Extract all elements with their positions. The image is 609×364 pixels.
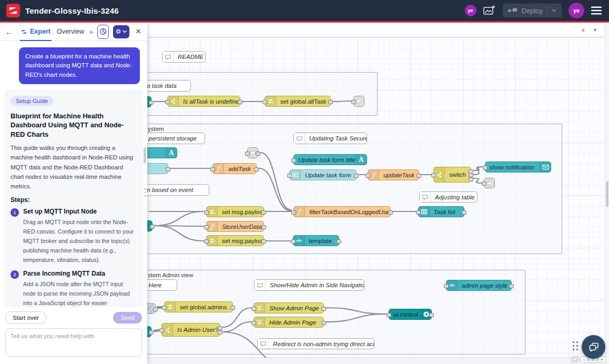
- output-port[interactable]: [354, 174, 359, 178]
- node-update-task-form-title[interactable]: AUpdate task form title: [293, 154, 367, 165]
- output-port[interactable]: [238, 100, 242, 104]
- input-port[interactable]: [482, 181, 486, 186]
- input-port[interactable]: [444, 284, 449, 288]
- input-port[interactable]: [291, 158, 296, 163]
- input-port[interactable]: [431, 173, 436, 177]
- node-task-list[interactable]: Task list: [418, 206, 464, 217]
- user-avatar[interactable]: ye: [569, 3, 584, 18]
- output-port[interactable]: [149, 100, 154, 105]
- output-port[interactable]: [218, 330, 222, 335]
- link-node-2[interactable]: [247, 147, 258, 158]
- node-admin-page-style[interactable]: </>admin page style: [446, 280, 512, 291]
- node-show-notification[interactable]: show notification: [485, 161, 551, 173]
- input-port[interactable]: [291, 239, 296, 244]
- input-port[interactable]: [204, 239, 209, 244]
- output-port[interactable]: [417, 174, 421, 178]
- output-port[interactable]: [321, 307, 326, 311]
- output-port[interactable]: [256, 151, 260, 156]
- settings-dropdown-button[interactable]: ⚙: [113, 25, 130, 38]
- output-port[interactable]: [321, 321, 326, 325]
- canvas-vertical-scrollbar[interactable]: [605, 23, 609, 364]
- node-addtask[interactable]: ƒaddTask: [212, 163, 257, 174]
- deploy-button[interactable]: Deploy: [503, 4, 562, 17]
- input-port[interactable]: [291, 210, 296, 215]
- input-port[interactable]: [210, 167, 215, 171]
- node-ui-control[interactable]: ui control: [389, 309, 432, 320]
- output-port[interactable]: [261, 239, 266, 244]
- output-port[interactable]: [153, 307, 158, 311]
- link-out-node-3[interactable]: [484, 178, 495, 188]
- flow-list-menu-button[interactable]: ▾: [594, 27, 596, 33]
- node-set-global-alltask[interactable]: set global.allTask: [265, 96, 331, 107]
- input-port[interactable]: [159, 328, 164, 332]
- node-hide-admin-page[interactable]: Hide Admin Page: [253, 317, 324, 328]
- output-port[interactable]: [261, 225, 266, 229]
- input-port[interactable]: [366, 174, 370, 178]
- node-storeuserdata[interactable]: ƒStoreUserData: [206, 221, 264, 232]
- input-port[interactable]: [287, 174, 292, 178]
- node-set-msg-payload[interactable]: set msg.payload: [206, 235, 264, 246]
- sidebar-scrollbar-thumb[interactable]: [144, 147, 146, 163]
- output-port[interactable]: [469, 173, 473, 177]
- flowfuse-logo[interactable]: [6, 4, 20, 17]
- input-port[interactable]: [165, 100, 170, 104]
- link-out-node-1[interactable]: [353, 96, 364, 107]
- input-port[interactable]: [387, 313, 391, 317]
- node-update-task-form[interactable]: Update task form: [289, 169, 357, 180]
- back-arrow-icon[interactable]: ←: [5, 27, 13, 36]
- input-port[interactable]: [262, 100, 267, 104]
- more-tabs-chevrons[interactable]: »: [89, 28, 93, 36]
- node-is-alltask-is-undefined[interactable]: Is allTask is undefined: [167, 96, 240, 107]
- input-port[interactable]: [483, 166, 488, 170]
- close-icon[interactable]: ×: [134, 26, 143, 37]
- node-set-global-admins[interactable]: set global.admins: [164, 301, 233, 312]
- node-show-hide-admin-in-side-navigation[interactable]: Show/Hide Admin in Side Navigation: [254, 279, 364, 291]
- node-is-admin-user[interactable]: Is Admin User?: [161, 323, 220, 337]
- input-port[interactable]: [204, 225, 209, 229]
- sidebar-resize-handle[interactable]: [145, 188, 146, 197]
- start-over-button[interactable]: Start over: [5, 311, 46, 324]
- deploy-dropdown-chevron-icon[interactable]: [552, 9, 556, 12]
- output-port[interactable]: [462, 210, 466, 215]
- output-port[interactable]: [429, 313, 434, 317]
- input-port[interactable]: [204, 210, 209, 215]
- node-switch[interactable]: switch: [433, 167, 471, 183]
- input-port[interactable]: [162, 306, 167, 310]
- navigator-button[interactable]: [571, 356, 579, 363]
- node-updatetask[interactable]: ƒupdateTask: [368, 169, 419, 180]
- input-port[interactable]: [351, 100, 356, 104]
- output-port[interactable]: [261, 210, 266, 215]
- ai-image-icon[interactable]: [483, 5, 496, 16]
- output-port[interactable]: [254, 167, 259, 171]
- input-port[interactable]: [251, 321, 256, 325]
- chat-fab-button[interactable]: [582, 335, 605, 359]
- drag-handle-dots[interactable]: [573, 341, 578, 350]
- output-port[interactable]: [469, 177, 473, 181]
- node-template[interactable]: </>template: [293, 235, 339, 246]
- add-flow-button[interactable]: +: [581, 26, 585, 34]
- output-port[interactable]: [218, 326, 222, 330]
- tab-expert[interactable]: Expert: [19, 28, 52, 35]
- tab-overview[interactable]: Overview: [56, 28, 85, 35]
- input-port[interactable]: [416, 210, 421, 215]
- output-port[interactable]: [230, 306, 235, 310]
- chart-panel-button[interactable]: [97, 25, 108, 39]
- assistant-avatar-small[interactable]: ye: [465, 5, 476, 16]
- scrollbar-thumb[interactable]: [606, 181, 608, 207]
- output-port[interactable]: [509, 284, 514, 288]
- output-port[interactable]: [388, 210, 393, 215]
- output-port[interactable]: [337, 239, 341, 244]
- output-port[interactable]: [149, 330, 154, 335]
- node-show-admin-page[interactable]: Show Admin Page: [253, 302, 324, 314]
- send-button[interactable]: Send: [113, 312, 142, 323]
- output-port[interactable]: [166, 167, 170, 171]
- output-port[interactable]: [150, 225, 155, 229]
- node-readme[interactable]: README: [162, 51, 206, 63]
- node-filtertaskbasedonloggeduser[interactable]: ƒfilterTaskBasedOnLoggedUser: [293, 206, 391, 217]
- output-port[interactable]: [328, 100, 333, 104]
- input-port[interactable]: [251, 307, 256, 311]
- input-port[interactable]: [245, 151, 250, 156]
- zoom-out-button[interactable]: −: [580, 356, 588, 363]
- node-redirect-is-non-admin-trying-direct-access[interactable]: Redirect is non-admin trying direct acce…: [257, 338, 374, 349]
- node-adjusting-table[interactable]: Adjusting table: [419, 191, 478, 203]
